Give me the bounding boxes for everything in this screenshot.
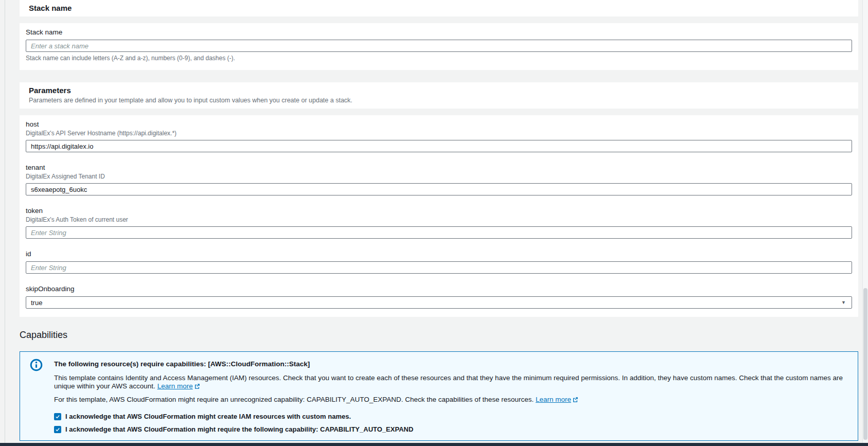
- checkbox-checked-icon[interactable]: [54, 413, 61, 420]
- info-icon: [30, 359, 43, 373]
- host-input[interactable]: [26, 140, 852, 152]
- parameters-section-header: Parameters Parameters are defined in you…: [20, 82, 858, 109]
- parameter-label: skipOnboarding: [26, 285, 852, 293]
- alert-paragraph-2-text: For this template, AWS CloudFormation mi…: [54, 396, 534, 403]
- iam-acknowledge-checkbox-row[interactable]: I acknowledge that AWS CloudFormation mi…: [54, 413, 849, 421]
- learn-more-label: Learn more: [157, 382, 193, 390]
- capabilities-info-alert: The following resource(s) require capabi…: [20, 351, 858, 441]
- parameter-label: host: [26, 120, 852, 129]
- scrollbar-thumb[interactable]: [863, 288, 867, 440]
- section-gap: [20, 70, 858, 82]
- skipOnboarding-select[interactable]: true ▼: [26, 296, 852, 309]
- parameter-field-id: id: [26, 250, 852, 274]
- parameter-description: DigitalEx Assigned Tenant ID: [26, 173, 852, 180]
- parameter-description: DigitalEx's API Server Hostname (https:/…: [26, 130, 852, 137]
- capability-acknowledge-checkbox-row[interactable]: I acknowledge that AWS CloudFormation mi…: [54, 425, 849, 434]
- dropdown-arrow-icon: ▼: [841, 300, 846, 305]
- learn-more-link[interactable]: Learn more: [536, 396, 578, 403]
- main-content: Stack name Stack name Stack name can inc…: [20, 0, 858, 446]
- external-link-icon: [194, 383, 200, 391]
- tenant-input[interactable]: [26, 183, 852, 195]
- left-gutter: [0, 0, 5, 446]
- learn-more-label: Learn more: [536, 396, 571, 403]
- section-divider: [20, 16, 858, 23]
- alert-paragraph-2: For this template, AWS CloudFormation mi…: [54, 396, 849, 405]
- iam-acknowledge-label: I acknowledge that AWS CloudFormation mi…: [65, 413, 351, 421]
- token-input[interactable]: [26, 226, 852, 239]
- parameters-section-body: host DigitalEx's API Server Hostname (ht…: [20, 115, 858, 317]
- parameter-field-host: host DigitalEx's API Server Hostname (ht…: [26, 120, 852, 152]
- parameters-section-title: Parameters: [29, 86, 849, 95]
- section-divider: [20, 109, 858, 115]
- parameters-section-description: Parameters are defined in your template …: [29, 97, 849, 104]
- id-input[interactable]: [26, 261, 852, 274]
- stack-name-section: Stack name Stack name Stack name can inc…: [20, 0, 858, 70]
- parameter-field-skipOnboarding: skipOnboarding true ▼: [26, 285, 852, 309]
- alert-paragraph-1: This template contains Identity and Acce…: [54, 374, 849, 391]
- external-link-icon: [572, 397, 578, 405]
- parameters-section: Parameters Parameters are defined in you…: [20, 82, 858, 317]
- bottom-console-bar: [0, 443, 868, 446]
- parameter-label: token: [26, 207, 852, 215]
- stack-name-section-body: Stack name Stack name can include letter…: [20, 23, 858, 70]
- parameter-label: tenant: [26, 164, 852, 172]
- stack-name-section-title: Stack name: [29, 4, 849, 12]
- capabilities-heading: Capabilities: [20, 329, 858, 341]
- learn-more-link[interactable]: Learn more: [157, 382, 200, 390]
- stack-name-input[interactable]: [26, 40, 852, 52]
- capability-acknowledge-label: I acknowledge that AWS CloudFormation mi…: [65, 425, 413, 434]
- alert-title: The following resource(s) require capabi…: [54, 360, 849, 368]
- stack-name-section-header: Stack name: [20, 0, 858, 16]
- parameter-description: DigitalEx's Auth Token of current user: [26, 216, 852, 223]
- parameter-label: id: [26, 250, 852, 258]
- skipOnboarding-selected-value: true: [31, 299, 42, 307]
- checkbox-checked-icon[interactable]: [54, 426, 61, 433]
- vertical-scrollbar[interactable]: [862, 0, 868, 446]
- parameter-field-tenant: tenant DigitalEx Assigned Tenant ID: [26, 164, 852, 195]
- parameter-field-token: token DigitalEx's Auth Token of current …: [26, 207, 852, 239]
- stack-name-helper-text: Stack name can include letters (A-Z and …: [26, 55, 852, 62]
- stack-name-label: Stack name: [26, 28, 852, 37]
